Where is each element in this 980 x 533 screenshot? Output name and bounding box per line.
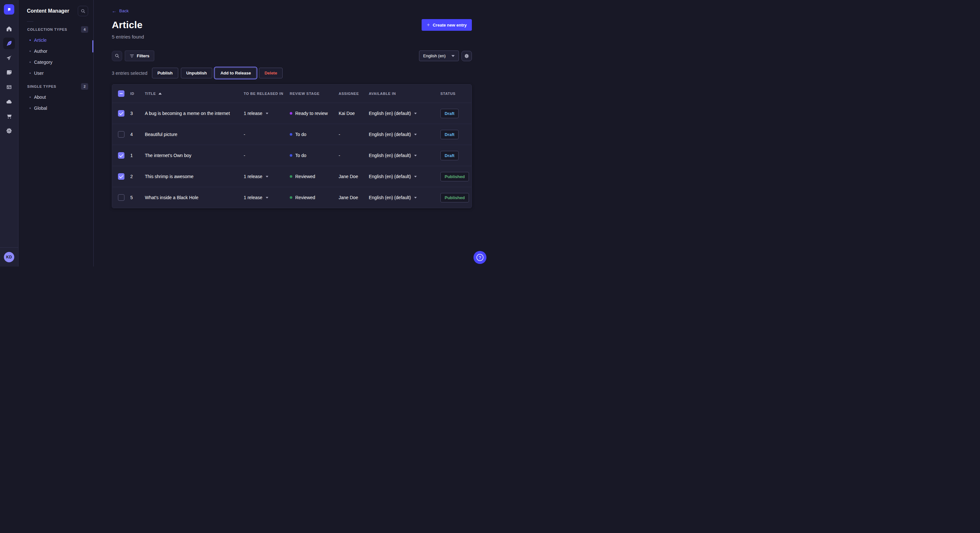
sidebar-item-global[interactable]: Global <box>19 103 93 114</box>
column-header-title[interactable]: TITLE <box>145 92 244 95</box>
rail-footer: KD <box>0 247 18 266</box>
back-link[interactable]: ← Back <box>112 8 129 13</box>
entries-count-subtitle: 5 entries found <box>112 34 472 40</box>
chevron-down-icon <box>414 176 417 178</box>
status-badge: Published <box>441 193 469 202</box>
sidebar-item-category[interactable]: Category <box>19 57 93 68</box>
column-header-to-be-released-in[interactable]: TO BE RELEASED IN <box>244 92 290 95</box>
row-release-dropdown[interactable]: - <box>244 153 290 158</box>
row-checkbox[interactable] <box>118 173 124 180</box>
bullet-icon <box>30 40 31 41</box>
back-link-label: Back <box>119 8 129 13</box>
row-review-stage: To do <box>290 153 339 158</box>
locale-select[interactable]: English (en) <box>419 51 459 61</box>
status-badge: Draft <box>441 109 458 118</box>
status-badge: Published <box>441 172 469 181</box>
media-library-images-icon[interactable] <box>3 67 15 78</box>
entries-table: ID TITLE TO BE RELEASED IN REVIEW STAGE … <box>112 84 472 208</box>
sidebar-item-user[interactable]: User <box>19 68 93 79</box>
single-types-count: 2 <box>81 83 88 90</box>
question-mark-icon: ? <box>476 254 484 261</box>
filter-lines-icon <box>130 54 134 58</box>
view-settings-button[interactable] <box>461 51 472 61</box>
filters-button-label: Filters <box>137 54 150 58</box>
create-button-label: Create new entry <box>433 23 467 27</box>
row-release-dropdown[interactable]: 1 release <box>244 111 290 116</box>
sidebar-item-article[interactable]: Article <box>19 35 93 46</box>
chevron-down-icon <box>266 113 268 114</box>
row-release-value: 1 release <box>244 174 262 179</box>
deploy-cloud-icon[interactable] <box>3 96 15 108</box>
sidebar-search-button[interactable] <box>78 6 88 16</box>
marketplace-cart-icon[interactable] <box>3 110 15 122</box>
row-checkbox[interactable] <box>118 152 124 159</box>
strapi-logo[interactable] <box>4 4 14 14</box>
collection-types-count: 4 <box>81 26 88 33</box>
row-release-dropdown[interactable]: 1 release <box>244 174 290 179</box>
sidebar-item-author[interactable]: Author <box>19 46 93 57</box>
stage-dot-icon <box>290 133 292 136</box>
row-locale-dropdown[interactable]: English (en) (default) <box>369 132 441 137</box>
user-avatar[interactable]: KD <box>4 252 14 262</box>
gear-icon <box>464 54 469 59</box>
row-locale-dropdown[interactable]: English (en) (default) <box>369 111 441 116</box>
chevron-down-icon <box>414 155 417 156</box>
row-checkbox[interactable] <box>118 194 124 201</box>
table-row[interactable]: 1 The internet's Own boy - To do - Engli… <box>112 145 471 166</box>
row-title: This shrimp is awesome <box>145 174 244 179</box>
table-row[interactable]: 2 This shrimp is awesome 1 release Revie… <box>112 166 471 187</box>
row-title: Beautiful picture <box>145 132 244 137</box>
content-manager-feather-icon[interactable] <box>3 38 15 49</box>
column-header-id[interactable]: ID <box>130 92 145 95</box>
bullet-icon <box>30 97 31 98</box>
column-header-status[interactable]: STATUS <box>441 92 471 95</box>
stage-dot-icon <box>290 175 292 178</box>
row-assignee: Jane Doe <box>339 174 369 179</box>
status-badge: Draft <box>441 130 458 139</box>
row-locale-dropdown[interactable]: English (en) (default) <box>369 174 441 179</box>
column-header-title-label: TITLE <box>145 92 156 95</box>
row-release-value: - <box>244 153 245 158</box>
status-badge: Draft <box>441 151 458 160</box>
sidebar-item-label: Global <box>34 106 47 111</box>
home-icon[interactable] <box>3 23 15 35</box>
chevron-down-icon <box>266 197 268 198</box>
stage-label: Reviewed <box>295 174 315 179</box>
stage-dot-icon <box>290 112 292 115</box>
row-assignee: Kai Doe <box>339 111 369 116</box>
row-checkbox[interactable] <box>118 131 124 138</box>
back-arrow-icon: ← <box>112 8 117 13</box>
table-row[interactable]: 3 A bug is becoming a meme on the intern… <box>112 103 471 124</box>
content-type-builder-layout-icon[interactable] <box>3 81 15 93</box>
row-checkbox[interactable] <box>118 110 124 117</box>
create-new-entry-button[interactable]: + Create new entry <box>422 19 472 31</box>
row-locale-dropdown[interactable]: English (en) (default) <box>369 153 441 158</box>
row-locale-dropdown[interactable]: English (en) (default) <box>369 195 441 200</box>
stage-dot-icon <box>290 154 292 157</box>
search-icon <box>115 54 119 58</box>
sidebar-item-label: Category <box>34 60 52 65</box>
row-locale-value: English (en) (default) <box>369 153 411 158</box>
publish-button[interactable]: Publish <box>152 68 178 78</box>
unpublish-button[interactable]: Unpublish <box>181 68 213 78</box>
row-release-dropdown[interactable]: - <box>244 132 290 137</box>
filters-button[interactable]: Filters <box>125 51 154 61</box>
column-header-review-stage[interactable]: REVIEW STAGE <box>290 92 339 95</box>
releases-paper-plane-icon[interactable] <box>3 52 15 64</box>
settings-gear-icon[interactable] <box>3 125 15 136</box>
sidebar-item-about[interactable]: About <box>19 92 93 103</box>
select-all-checkbox[interactable] <box>118 90 124 97</box>
row-id: 3 <box>130 111 145 116</box>
column-header-available-in[interactable]: AVAILABLE IN <box>369 92 441 95</box>
table-search-button[interactable] <box>112 51 122 61</box>
bullet-icon <box>30 51 31 52</box>
row-release-dropdown[interactable]: 1 release <box>244 195 290 200</box>
table-row[interactable]: 5 What's inside a Black Hole 1 release R… <box>112 187 471 208</box>
plus-icon: + <box>427 22 430 27</box>
delete-button[interactable]: Delete <box>259 68 283 78</box>
table-row[interactable]: 4 Beautiful picture - To do - English (e… <box>112 124 471 145</box>
strapi-logo-glyph <box>6 6 12 12</box>
column-header-assignee[interactable]: ASSIGNEE <box>339 92 369 95</box>
add-to-release-button[interactable]: Add to Release <box>215 68 256 78</box>
help-button[interactable]: ? <box>474 251 487 264</box>
